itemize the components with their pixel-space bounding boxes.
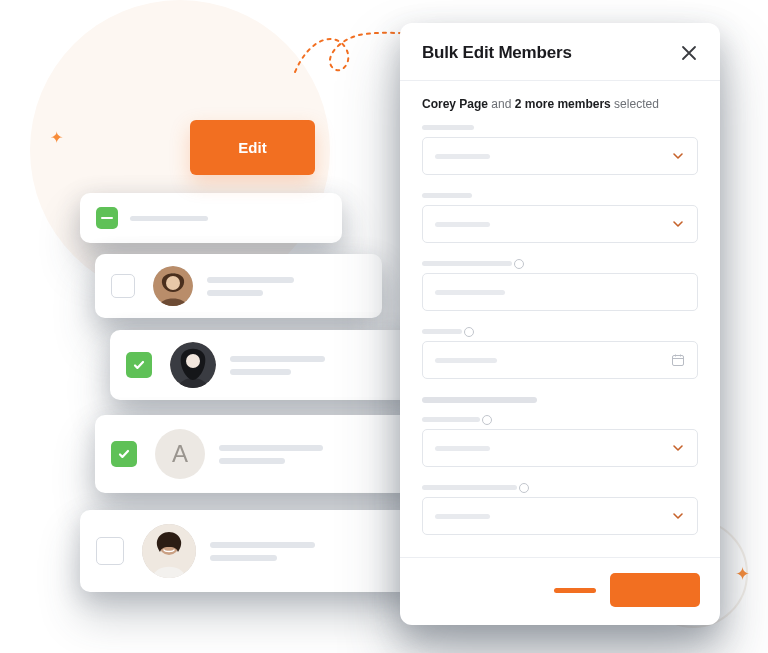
field-label	[422, 261, 512, 266]
selection-context: Corey Page and 2 more members selected	[422, 97, 698, 111]
avatar	[153, 266, 193, 306]
member-checkbox[interactable]	[96, 537, 124, 565]
member-row[interactable]	[110, 330, 419, 400]
member-text	[207, 277, 366, 296]
chevron-down-icon	[671, 149, 685, 163]
field-placeholder	[435, 222, 490, 227]
chevron-down-icon	[671, 509, 685, 523]
field-placeholder	[435, 514, 490, 519]
member-text	[219, 445, 408, 464]
context-more-count: 2 more members	[515, 97, 611, 111]
select-all-checkbox[interactable]	[96, 207, 118, 229]
calendar-icon	[671, 353, 685, 367]
svg-rect-8	[673, 356, 684, 366]
select-field[interactable]	[422, 137, 698, 175]
context-mid: and	[488, 97, 515, 111]
select-field[interactable]	[422, 497, 698, 535]
context-tail: selected	[611, 97, 659, 111]
header-placeholder	[130, 216, 326, 221]
save-button[interactable]	[610, 573, 700, 607]
edit-button[interactable]: Edit	[190, 120, 315, 175]
field-placeholder	[435, 154, 490, 159]
section-label	[422, 397, 537, 403]
chevron-down-icon	[671, 441, 685, 455]
panel-title: Bulk Edit Members	[422, 43, 572, 63]
edit-button-label: Edit	[238, 139, 266, 156]
member-text	[210, 542, 401, 561]
avatar	[170, 342, 216, 388]
avatar	[142, 524, 196, 578]
context-lead-name: Corey Page	[422, 97, 488, 111]
field-label	[422, 193, 472, 198]
select-field[interactable]	[422, 205, 698, 243]
member-row[interactable]: A	[95, 415, 424, 493]
svg-point-2	[166, 276, 180, 290]
field-label	[422, 417, 480, 422]
cancel-button[interactable]	[554, 588, 596, 593]
field-label	[422, 329, 462, 334]
field-label	[422, 485, 517, 490]
text-field[interactable]	[422, 273, 698, 311]
select-field[interactable]	[422, 429, 698, 467]
avatar-initial-text: A	[172, 440, 188, 468]
field-label	[422, 125, 474, 130]
field-placeholder	[435, 358, 497, 363]
member-text	[230, 356, 403, 375]
field-placeholder	[435, 446, 490, 451]
field-placeholder	[435, 290, 505, 295]
sparkle-icon: ✦	[50, 130, 63, 146]
svg-point-5	[186, 354, 200, 368]
member-checkbox[interactable]	[111, 441, 137, 467]
member-checkbox[interactable]	[111, 274, 135, 298]
date-field[interactable]	[422, 341, 698, 379]
close-icon[interactable]	[680, 44, 698, 62]
member-row-header	[80, 193, 342, 243]
sparkle-icon: ✦	[735, 565, 750, 583]
member-row[interactable]	[80, 510, 417, 592]
bulk-edit-panel: Bulk Edit Members Corey Page and 2 more …	[400, 23, 720, 625]
member-checkbox[interactable]	[126, 352, 152, 378]
avatar-initial: A	[155, 429, 205, 479]
member-row[interactable]	[95, 254, 382, 318]
chevron-down-icon	[671, 217, 685, 231]
